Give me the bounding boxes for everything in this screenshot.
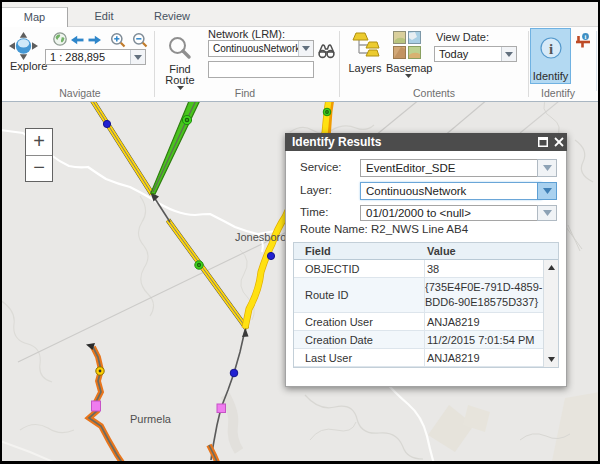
svg-text:i: i <box>585 33 587 40</box>
svg-text:i: i <box>549 41 553 57</box>
